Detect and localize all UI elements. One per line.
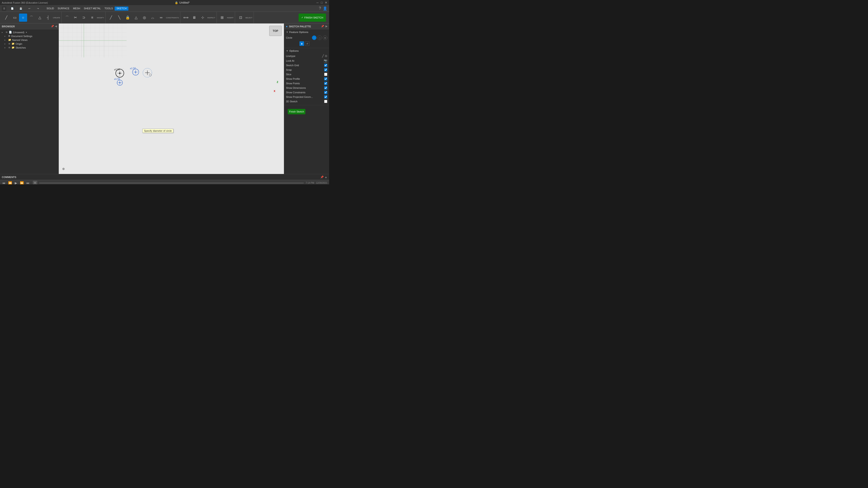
navigate-icon[interactable]: ⊕	[62, 167, 65, 170]
tree-item-doc-settings[interactable]: ▸ ⚙ Document Settings	[0, 34, 59, 38]
linetype-buttons: ╱ ⊙	[322, 54, 327, 58]
tree-item-origin[interactable]: ▸ 👁 📁 Origin	[0, 42, 59, 46]
select-sketch-tool[interactable]: ⊹	[198, 13, 207, 22]
slice-checkbox[interactable]	[324, 73, 327, 76]
palette-collapse-btn[interactable]: ▶	[326, 25, 327, 28]
redo-btn[interactable]: ↪	[34, 4, 42, 13]
polygon-tool[interactable]: △	[36, 13, 44, 22]
tab-tools[interactable]: TOOLS	[103, 6, 115, 11]
linetype-solid-btn[interactable]: ╱	[322, 54, 324, 58]
circle-tool[interactable]: ○	[19, 13, 27, 22]
maximize-btn[interactable]: □	[321, 1, 322, 4]
close-btn[interactable]: ✕	[325, 1, 327, 4]
tree-item-sketches[interactable]: ▸ 👁 📁 Sketches	[0, 46, 59, 50]
circle-center-btn[interactable]: ○	[312, 35, 316, 40]
look-at-label: Look At	[286, 59, 294, 62]
trim-tool[interactable]: ✂	[71, 13, 80, 22]
tab-mesh[interactable]: MESH	[71, 6, 82, 11]
line-tool[interactable]: ╱	[2, 13, 10, 22]
circle-option-row: Circle ○ ◌ ⊙	[286, 35, 327, 41]
measure-tool[interactable]: ⟺	[182, 13, 190, 22]
show-profile-checkbox[interactable]	[324, 77, 327, 80]
show-projected-checkbox[interactable]	[324, 95, 327, 98]
collinear-tool[interactable]: ╲	[115, 13, 123, 22]
tab-solid[interactable]: SOLID	[45, 6, 56, 11]
options-section: ▼ Options Linetype ╱ ⊙ Look At 📷 Sketch …	[284, 48, 329, 105]
circle-3pt-btn[interactable]: ⊙	[323, 35, 327, 40]
show-constraints-checkbox[interactable]	[324, 91, 327, 94]
sketch-grid-checkbox[interactable]	[324, 64, 327, 67]
canvas-area[interactable]: TOP X Z	[59, 24, 284, 174]
browser-pin-btn[interactable]: 📌	[51, 25, 54, 28]
linetype-row: Linetype ╱ ⊙	[286, 54, 327, 58]
tab-surface[interactable]: SURFACE	[56, 6, 71, 11]
palette-title: SKETCH PALETTE	[289, 25, 311, 28]
equal-tool[interactable]: ═	[157, 13, 165, 22]
palette-header: ● SKETCH PALETTE 📌 ▶	[284, 24, 329, 29]
break-tool[interactable]: ≡	[88, 13, 96, 22]
curvature-tool[interactable]: ⌓	[149, 13, 157, 22]
account-icon[interactable]: 👤	[323, 6, 327, 11]
finish-sketch-palette-btn[interactable]: Finish Sketch	[288, 109, 305, 114]
sketch-3d-row: 3D Sketch	[286, 99, 327, 104]
tab-sketch[interactable]: SKETCH	[115, 6, 128, 11]
insert-tool[interactable]: ⊞	[218, 13, 226, 22]
show-points-checkbox[interactable]	[324, 82, 327, 85]
circle-2pt-btn[interactable]: ◌	[317, 35, 322, 40]
tl-prev-btn[interactable]: ⏪	[8, 181, 12, 185]
new-btn[interactable]: 📄	[8, 4, 16, 13]
snap-checkbox[interactable]	[324, 68, 327, 71]
show-constraints-label: Show Constraints	[286, 91, 305, 94]
linetype-construction-btn[interactable]: ⊙	[325, 54, 327, 58]
lock-tool[interactable]: 🔒	[124, 13, 132, 22]
help-icon[interactable]: ?	[319, 6, 321, 11]
finish-sketch-toolbar-btn[interactable]: ✓ FINISH SKETCH	[299, 13, 326, 22]
comments-expand-btn[interactable]: ▲	[324, 175, 327, 179]
options-title: ▼ Options	[286, 50, 327, 52]
midpoint-tool[interactable]: △	[132, 13, 140, 22]
browser-collapse-btn[interactable]: ◀	[55, 25, 57, 28]
diameter-input[interactable]	[143, 129, 149, 133]
select-box-tool[interactable]: ⊡	[237, 13, 245, 22]
comments-panel: COMMENTS 📌 ▲	[0, 174, 329, 180]
svg-point-9	[135, 72, 136, 73]
line2-tool[interactable]: ┤	[44, 13, 52, 22]
circle-reset-btn[interactable]: ↺	[305, 41, 309, 46]
extend-tool[interactable]: ⊃	[80, 13, 88, 22]
minimize-btn[interactable]: ─	[316, 1, 318, 4]
coincident-tool[interactable]: ╱	[107, 13, 115, 22]
show-dimensions-checkbox[interactable]	[324, 86, 327, 90]
feature-options-title: ▼ Feature Options	[286, 31, 327, 33]
svg-point-5	[119, 72, 121, 74]
tree-item-root[interactable]: ▸ 👁 📄 (Unsaved) ●	[0, 30, 59, 34]
feature-options-section: ▼ Feature Options Circle ○ ◌ ⊙ ■ ↺	[284, 29, 329, 48]
fillet-tool[interactable]: ⌒	[63, 13, 71, 22]
undo-btn[interactable]: ↩	[25, 4, 33, 13]
display-settings-tool[interactable]: 🖥	[190, 13, 198, 22]
tl-last-btn[interactable]: ⏭	[26, 181, 30, 185]
comments-pin-btn[interactable]: 📌	[320, 175, 324, 179]
sketch-3d-checkbox[interactable]	[324, 100, 327, 103]
tl-first-btn[interactable]: ⏮	[2, 181, 6, 185]
select-label: SELECT	[245, 16, 253, 19]
tl-next-btn[interactable]: ⏩	[20, 181, 24, 185]
concentric-tool[interactable]: ◎	[141, 13, 149, 22]
circle-fill-btn[interactable]: ■	[300, 41, 304, 46]
tl-play-btn[interactable]: ▶	[14, 181, 18, 185]
arc-tool[interactable]: ⌒	[27, 13, 35, 22]
finish-sketch-group: ✓ FINISH SKETCH	[297, 13, 328, 22]
timeline: ⏮ ⏪ ▶ ⏩ ⏭ ⚙ 7:14 PM 12/30/2021	[0, 180, 329, 184]
browser-tree: ▸ 👁 📄 (Unsaved) ● ▸ ⚙ Document Settings …	[0, 29, 59, 174]
rectangle-tool[interactable]: ▭	[11, 13, 19, 22]
save-btn[interactable]: 💾	[17, 4, 25, 13]
diameter-input-area: Specify diameter of circle	[143, 129, 149, 133]
look-at-btn[interactable]: 📷	[324, 59, 327, 62]
tl-settings-btn[interactable]: ⚙	[33, 181, 37, 185]
tree-item-named-views[interactable]: ▸ 📁 Named Views	[0, 38, 59, 42]
look-at-row: Look At 📷	[286, 58, 327, 63]
tab-sheet-metal[interactable]: SHEET METAL	[82, 6, 103, 11]
app-menu-btn[interactable]: ☰	[2, 6, 6, 11]
palette-pin-btn[interactable]: 📌	[321, 25, 324, 28]
timeline-track[interactable]	[39, 183, 304, 184]
view-cube[interactable]: TOP	[269, 26, 282, 36]
